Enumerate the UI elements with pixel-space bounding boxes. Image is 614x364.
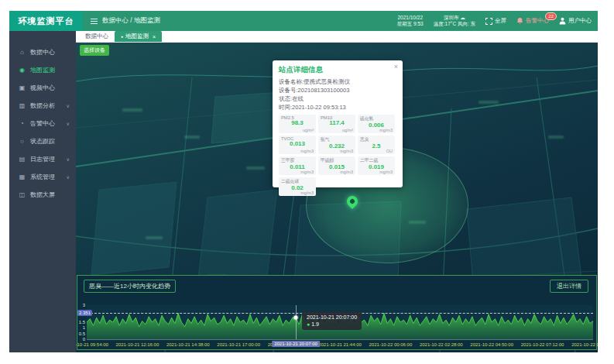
- metric-value: 117.4: [321, 120, 353, 126]
- chevron-down-icon: ∨: [67, 174, 70, 180]
- top-bar: 环境监测平台 数据中心 / 地图监测 2021/10/22 星期五 9:53 深…: [9, 11, 598, 31]
- system-icon: ▦: [19, 173, 26, 180]
- metric-tile: 二甲二硫0.019mg/m3: [358, 156, 395, 175]
- axis-pointer-label: 2021-10-21 20:07:00: [272, 341, 320, 347]
- tab-strip: 数据中心●地图监测×: [76, 31, 598, 43]
- tooltip-time: 2021-10-21 20:07:00: [307, 314, 357, 321]
- menu-collapse-icon[interactable]: [91, 19, 98, 24]
- sidebar-item-6[interactable]: ▤日志管理∨: [9, 150, 76, 168]
- x-axis-tick: 2021-10-22 00:06:00: [369, 342, 413, 347]
- map-pin-icon: ◉: [19, 67, 26, 74]
- y-axis-tick: 3: [77, 303, 85, 307]
- x-axis-tick: 2021-10-22 09:34:00: [571, 342, 598, 347]
- x-axis-tick: 2021-10-22 07:12:00: [521, 342, 564, 347]
- fullscreen-button[interactable]: 全屏: [485, 17, 506, 25]
- big-screen-icon: ◫: [19, 191, 26, 198]
- popup-field: 状态:在线: [279, 94, 396, 103]
- sidebar-item-label: 地图监测: [30, 66, 55, 74]
- metric-tile: 氨气0.232mg/m3: [318, 136, 355, 154]
- hovered-data-point: [294, 316, 298, 320]
- user-icon: [559, 17, 566, 25]
- sidebar-item-1[interactable]: ◉地图监测: [9, 61, 76, 79]
- series-dot-icon: ●: [307, 321, 310, 327]
- user-center-button[interactable]: 用户中心: [559, 17, 592, 25]
- metric-tile: PM2.598.3ug/m³: [279, 115, 316, 133]
- tab-close-icon[interactable]: ×: [153, 34, 156, 39]
- header-weather: 深圳市 ☁ 温度:17°C 风向: 东: [434, 15, 475, 27]
- y-axis-tick: 1.5: [77, 320, 85, 325]
- cloud-icon: ☁: [460, 15, 465, 20]
- metric-value: 0.013: [281, 141, 314, 147]
- exit-detail-button[interactable]: 退出详情: [550, 280, 588, 293]
- sidebar-item-3[interactable]: ▥数据分析∨: [9, 97, 76, 115]
- metric-unit: mg/m3: [379, 170, 393, 174]
- x-axis-tick: 2021-10-21 09:54:00: [76, 342, 108, 347]
- sidebar-item-7[interactable]: ▦系统管理∨: [9, 168, 76, 186]
- alarm-center-button[interactable]: 告警中心 22: [516, 17, 549, 25]
- app-logo: 环境监测平台: [9, 11, 83, 31]
- bell-icon: [516, 17, 523, 25]
- sidebar-item-8[interactable]: ◫数据大屏: [9, 186, 76, 204]
- bell-icon: ◔: [19, 120, 26, 127]
- metric-unit: mg/m3: [300, 149, 314, 153]
- close-icon[interactable]: ×: [394, 63, 398, 70]
- x-axis-tick: 2021-10-21 21:44:00: [318, 342, 362, 347]
- metric-unit: ug/m³: [303, 128, 314, 132]
- x-axis-tick: 2021-10-21 14:38:00: [166, 342, 210, 347]
- active-tab-dot-icon: ●: [121, 34, 123, 39]
- chevron-down-icon: ∨: [67, 103, 70, 108]
- popup-field: 时间:2021-10-22 09:53:13: [279, 103, 396, 112]
- threshold-value-badge: 2.351: [77, 310, 92, 316]
- sidebar-item-label: 数据大屏: [30, 191, 55, 199]
- tab-label: 数据中心: [85, 33, 108, 40]
- sidebar-item-label: 状态跟踪: [30, 137, 55, 146]
- metric-unit: mg/m3: [379, 128, 393, 132]
- tab-label: 地图监测: [125, 33, 149, 40]
- sidebar-item-label: 系统管理: [30, 173, 55, 181]
- app-window: 环境监测平台 数据中心 / 地图监测 2021/10/22 星期五 9:53 深…: [9, 11, 598, 352]
- metric-tile: PM10117.4ug/m³: [318, 115, 355, 133]
- metric-unit: mg/m3: [300, 191, 314, 195]
- metric-unit: mg/m3: [300, 170, 314, 174]
- status-circle-icon: ○: [19, 138, 26, 145]
- chart-tooltip: 2021-10-21 20:07:00● 1.9: [302, 311, 362, 330]
- metric-unit: mg/m3: [340, 149, 353, 153]
- metric-tile: 硫化氢0.006mg/m3: [358, 115, 395, 133]
- y-axis-tick: 1: [77, 325, 85, 330]
- chevron-down-icon: ∨: [67, 121, 70, 126]
- breadcrumb: 数据中心 / 地图监测: [102, 16, 160, 26]
- sidebar-item-label: 数据中心: [30, 48, 55, 57]
- select-device-button[interactable]: 选择设备: [80, 45, 109, 56]
- sidebar-item-label: 日志管理: [30, 155, 55, 163]
- tooltip-value: 1.9: [311, 321, 319, 327]
- x-axis-tick: 2021-10-21 17:00:00: [217, 342, 260, 347]
- popup-field: 设备号:2021081303100003: [279, 86, 396, 94]
- x-axis-tick: 2021-10-21 12:16:00: [116, 342, 160, 347]
- sidebar: ⌂数据中心◉地图监测▣视频中心▥数据分析∨◔告警中心∨○状态跟踪▤日志管理∨▦系…: [9, 31, 76, 352]
- fullscreen-icon: [485, 18, 492, 25]
- metric-value: 98.3: [281, 120, 314, 126]
- sidebar-item-0[interactable]: ⌂数据中心: [9, 43, 76, 61]
- sidebar-item-4[interactable]: ◔告警中心∨: [9, 115, 76, 132]
- chevron-down-icon: ∨: [67, 156, 70, 162]
- metric-unit: OU: [386, 149, 393, 153]
- tab-1[interactable]: ●地图监测×: [115, 31, 162, 42]
- bar-chart-icon: ▥: [19, 102, 26, 109]
- home-icon: ⌂: [19, 49, 26, 56]
- x-axis-tick: 2021-10-22 04:50:00: [470, 342, 513, 347]
- sidebar-item-2[interactable]: ▣视频中心: [9, 79, 76, 97]
- crosshair-line: [296, 305, 297, 339]
- video-icon: ▣: [19, 84, 26, 91]
- station-detail-popup: × 站点详细信息 设备名称:便携式恶臭检测仪设备号:20210813031000…: [273, 60, 403, 187]
- metric-tile: 甲硫醇0.015mg/m3: [318, 156, 355, 175]
- metric-unit: mg/m3: [340, 170, 353, 174]
- metric-tile: 二硫化碳0.02mg/m3: [279, 177, 316, 196]
- y-axis-tick: 0.5: [77, 331, 85, 336]
- sidebar-item-label: 告警中心: [30, 119, 55, 128]
- popup-title: 站点详细信息: [279, 65, 396, 75]
- sidebar-item-label: 数据分析: [30, 101, 55, 110]
- x-axis-tick: 2021-10-22 02:28:00: [420, 342, 463, 347]
- tab-0[interactable]: 数据中心: [79, 31, 115, 42]
- metric-unit: ug/m³: [342, 128, 353, 132]
- sidebar-item-5[interactable]: ○状态跟踪: [9, 132, 76, 150]
